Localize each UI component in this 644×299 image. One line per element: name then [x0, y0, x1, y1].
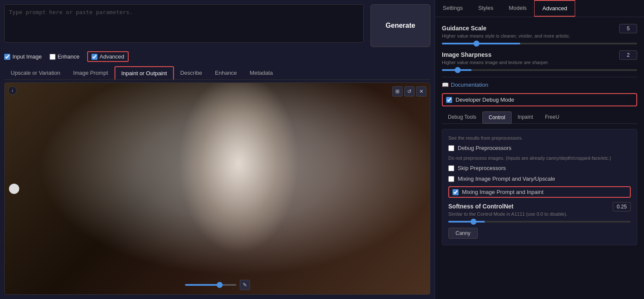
input-image-label: Input Image	[12, 53, 42, 60]
guidance-slider-row	[442, 43, 637, 44]
skip-preprocessors-check[interactable]	[448, 165, 454, 171]
enhance-checkbox[interactable]: Enhance	[50, 53, 79, 60]
tab-inpaint[interactable]: Inpaint or Outpaint	[115, 66, 174, 79]
overlay-slider[interactable]	[185, 284, 236, 286]
image-container: i ⊞ ↺ ✕ ✎	[4, 82, 430, 295]
sub-tab-inpaint[interactable]: Inpaint	[512, 111, 539, 123]
softness-label: Softness of ControlNet	[448, 203, 513, 210]
image-info-badge[interactable]: i	[8, 86, 17, 95]
guidance-scale-desc: Higher value means style is cleaner, viv…	[442, 33, 637, 38]
advanced-checkbox[interactable]: Advanced	[87, 51, 129, 62]
sub-tabs: Debug Tools Control Inpaint FreeU	[442, 111, 637, 124]
left-circle-button[interactable]	[9, 184, 19, 194]
sharpness-slider-row	[442, 69, 637, 71]
developer-debug-mode-label: Developer Debug Mode	[456, 97, 514, 103]
softness-desc: Similar to the Control Mode in A1111 (us…	[448, 211, 631, 217]
image-ctrl-btn-2[interactable]: ↺	[404, 86, 415, 97]
sub-tab-debug-tools[interactable]: Debug Tools	[442, 111, 482, 123]
divider-1	[442, 77, 637, 77]
tab-enhance[interactable]: Enhance	[209, 66, 243, 79]
developer-debug-mode-check[interactable]	[446, 97, 452, 103]
developer-debug-mode-row: Developer Debug Mode	[442, 93, 637, 106]
mixing-inpaint-check[interactable]	[453, 189, 459, 195]
documentation-link[interactable]: 📖 Documentation	[442, 82, 637, 88]
crop-icon: ⊞	[395, 88, 400, 94]
right-tab-settings[interactable]: Settings	[435, 0, 471, 17]
top-row: Generate	[4, 4, 430, 47]
sub-tab-control[interactable]: Control	[482, 111, 512, 123]
tab-image-prompt[interactable]: Image Prompt	[67, 66, 115, 79]
advanced-check[interactable]	[91, 54, 97, 60]
tabs-row: Upscale or Variation Image Prompt Inpain…	[4, 66, 430, 80]
image-ctrl-btn-close[interactable]: ✕	[416, 86, 426, 97]
right-tabs: Settings Styles Models Advanced	[435, 0, 644, 17]
tab-describe[interactable]: Describe	[174, 66, 209, 79]
sub-tab-freeu[interactable]: FreeU	[539, 111, 565, 123]
generate-button[interactable]: Generate	[371, 4, 430, 47]
sub-content: See the results from preprocessors. Debu…	[442, 129, 637, 245]
right-tab-models[interactable]: Models	[501, 0, 534, 17]
guidance-scale-label: Guidance Scale	[442, 25, 486, 32]
checkbox-row: Input Image Enhance Advanced	[4, 51, 430, 62]
enhance-check[interactable]	[50, 54, 56, 60]
prompt-input[interactable]	[4, 4, 364, 43]
mixing-inpaint-label: Mixing Image Prompt and Inpaint	[462, 189, 544, 195]
undo-icon: ↺	[407, 88, 412, 94]
tab-metadata[interactable]: Metadata	[243, 66, 279, 79]
guidance-scale-section: Guidance Scale Higher value means style …	[442, 24, 637, 44]
right-tab-advanced[interactable]: Advanced	[534, 0, 575, 17]
edit-icon: ✎	[243, 282, 247, 288]
guidance-scale-slider[interactable]	[442, 43, 637, 44]
left-panel: Generate Input Image Enhance Advanced Up…	[0, 0, 435, 299]
right-panel: Settings Styles Models Advanced Guidance…	[435, 0, 644, 299]
mixing-vary-label: Mixing Image Prompt and Vary/Upscale	[458, 176, 555, 182]
debug-preprocessors-label: Debug Preprocessors	[458, 145, 512, 151]
canny-button[interactable]: Canny	[448, 228, 478, 239]
mixing-vary-row: Mixing Image Prompt and Vary/Upscale	[448, 176, 631, 182]
edit-icon-button[interactable]: ✎	[240, 280, 250, 290]
image-overlay	[5, 83, 430, 294]
doc-link-text: Documentation	[451, 82, 488, 88]
input-image-checkbox[interactable]: Input Image	[4, 53, 42, 60]
slider-overlay: ✎	[185, 280, 250, 290]
image-sharpness-label: Image Sharpness	[442, 51, 491, 58]
info-icon: i	[12, 88, 13, 93]
image-sharpness-desc: Higher value means image and texture are…	[442, 60, 637, 65]
image-controls: ⊞ ↺ ✕	[392, 86, 426, 97]
image-sharpness-value[interactable]	[619, 50, 637, 60]
softness-slider[interactable]	[448, 221, 631, 223]
image-sharpness-slider[interactable]	[442, 69, 637, 71]
right-tab-styles[interactable]: Styles	[471, 0, 501, 17]
softness-slider-row	[448, 221, 631, 223]
sub-section-desc: See the results from preprocessors.	[448, 135, 631, 141]
mixing-inpaint-row: Mixing Image Prompt and Inpaint	[448, 186, 631, 198]
debug-preprocessors-check[interactable]	[448, 145, 454, 151]
image-ctrl-btn-1[interactable]: ⊞	[392, 86, 403, 97]
close-icon: ✕	[419, 88, 423, 94]
advanced-label: Advanced	[100, 53, 124, 60]
softness-value[interactable]	[613, 202, 631, 211]
book-icon: 📖	[442, 82, 449, 88]
guidance-scale-value[interactable]	[619, 24, 637, 33]
controlnet-section: Softness of ControlNet Similar to the Co…	[448, 202, 631, 223]
debug-preprocessors-row: Debug Preprocessors	[448, 145, 631, 151]
mixing-vary-check[interactable]	[448, 176, 454, 182]
tab-upscale[interactable]: Upscale or Variation	[4, 66, 67, 79]
right-content: Guidance Scale Higher value means style …	[435, 17, 644, 299]
image-sharpness-section: Image Sharpness Higher value means image…	[442, 50, 637, 71]
input-image-check[interactable]	[4, 54, 10, 60]
skip-desc: Do not preprocess images. (Inputs are al…	[448, 155, 631, 161]
skip-preprocessors-label: Skip Preprocessors	[458, 165, 506, 171]
skip-preprocessors-row: Skip Preprocessors	[448, 165, 631, 171]
enhance-label: Enhance	[58, 53, 79, 60]
